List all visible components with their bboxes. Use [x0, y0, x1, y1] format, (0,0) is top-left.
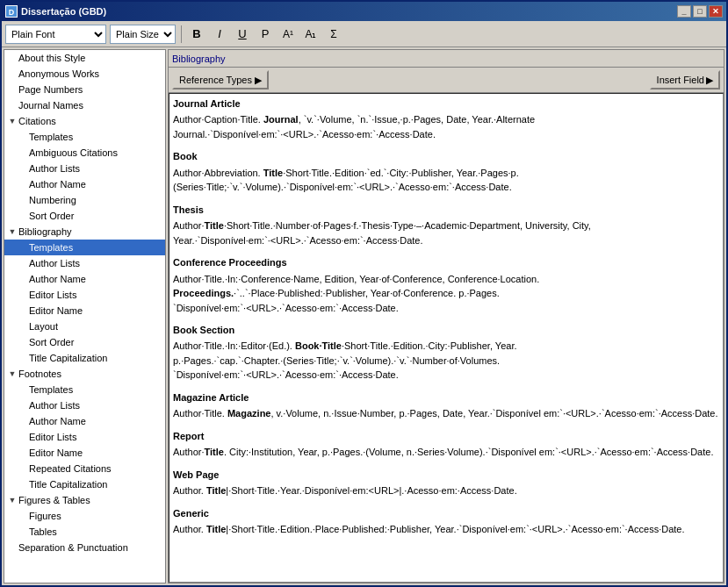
reference-body: Author·Title·Short·Title.·Number·of·Page… [173, 218, 719, 247]
reference-section: Magazine ArticleAuthor·Title. Magazine, … [173, 391, 719, 421]
reference-body: Author·Title. City:·Institution, Year, p… [173, 445, 719, 460]
reference-section: ThesisAuthor·Title·Short·Title.·Number·o… [173, 204, 719, 247]
tree-item[interactable]: Editor Name [4, 303, 165, 319]
reference-section: GenericAuthor. Title|·Short·Title.·Editi… [173, 507, 719, 537]
size-select[interactable]: Plain Size [110, 25, 176, 44]
tree-item[interactable]: Ambiguous Citations [4, 145, 165, 161]
tree-item[interactable]: Author Name [4, 176, 165, 192]
insert-field-button[interactable]: Insert Field ▶ [650, 70, 720, 89]
tree-item[interactable]: ▼Bibliography [4, 224, 165, 240]
reference-type-title: Book Section [173, 324, 719, 337]
tree-item[interactable]: Sort Order [4, 208, 165, 224]
reference-body: Author. Title|·Short·Title.·Year.·Dispon… [173, 483, 719, 498]
reference-type-title: Conference Proceedings [173, 256, 719, 269]
tree-item[interactable]: Author Name [4, 271, 165, 287]
reference-section: Conference ProceedingsAuthor·Title.·In:·… [173, 256, 719, 315]
ref-toolbar-row: Reference Types ▶ Insert Field ▶ [169, 68, 724, 93]
bold-button[interactable]: B [187, 25, 206, 44]
tree-item[interactable]: Author Lists [4, 397, 165, 413]
reference-section: Journal ArticleAuthor·Caption·Title. Jou… [173, 97, 719, 141]
reference-type-title: Generic [173, 507, 719, 520]
bibliography-header: Bibliography [169, 50, 724, 68]
insert-field-arrow: ▶ [706, 75, 713, 86]
tree-item[interactable]: Author Lists [4, 255, 165, 271]
maximize-button[interactable]: □ [693, 5, 707, 18]
reference-section: Web PageAuthor. Title|·Short·Title.·Year… [173, 469, 719, 498]
reference-type-title: Journal Article [173, 97, 719, 111]
reference-body: Author·Title.·In:·Conference·Name, Editi… [173, 272, 719, 316]
tree-item[interactable]: Templates [4, 382, 165, 397]
tree-item[interactable]: Title Capitalization [4, 476, 165, 492]
reference-body: Author·Title. Magazine, v.·Volume, n.·Is… [173, 406, 719, 421]
tree-item[interactable]: Templates [4, 129, 165, 145]
tree-item[interactable]: Page Numbers [4, 82, 165, 97]
tree-item[interactable]: Templates [4, 240, 165, 255]
tree-item[interactable]: Author Name [4, 413, 165, 429]
tree-item[interactable]: Layout [4, 319, 165, 334]
tree-item[interactable]: Numbering [4, 192, 165, 208]
tree-item[interactable]: Journal Names [4, 97, 165, 113]
subscript-button[interactable]: A₁ [301, 25, 321, 44]
reference-type-title: Magazine Article [173, 391, 719, 404]
toolbar-separator [181, 25, 182, 43]
tree-item[interactable]: ▼Citations [4, 113, 165, 129]
reference-types-button[interactable]: Reference Types ▶ [172, 70, 269, 89]
reference-type-title: Book [173, 150, 719, 163]
left-panel: About this StyleAnonymous WorksPage Numb… [4, 49, 166, 583]
right-panel: Bibliography Reference Types ▶ Insert Fi… [168, 49, 724, 583]
window-title: Dissertação (GBD) [21, 6, 106, 17]
reference-section: ReportAuthor·Title. City:·Institution, Y… [173, 430, 719, 460]
formatting-toolbar: Plain Font Plain Size B I U P A¹ A₁ Σ [2, 21, 726, 47]
close-button[interactable]: ✕ [709, 5, 723, 18]
tree-item[interactable]: ▼Figures & Tables [4, 492, 165, 508]
window-controls: _ □ ✕ [677, 5, 723, 18]
sigma-button[interactable]: Σ [324, 25, 343, 44]
content-area: Journal ArticleAuthor·Caption·Title. Jou… [169, 93, 724, 583]
reference-body: Author·Abbreviation. Title·Short·Title.·… [173, 166, 719, 195]
tree-item[interactable]: Anonymous Works [4, 66, 165, 82]
tree-item[interactable]: Editor Lists [4, 429, 165, 445]
minimize-button[interactable]: _ [677, 5, 691, 18]
font-select[interactable]: Plain Font [5, 25, 106, 44]
reference-body: Author. Title|·Short·Title.·Edition.·Pla… [173, 522, 719, 537]
reference-type-title: Web Page [173, 469, 719, 482]
tree-item[interactable]: Title Capitalization [4, 350, 165, 366]
main-window: D Dissertação (GBD) _ □ ✕ Plain Font Pla… [0, 0, 728, 587]
italic-button[interactable]: I [210, 25, 229, 44]
app-icon: D [5, 5, 18, 18]
tree-item[interactable]: Author Lists [4, 161, 165, 176]
reference-type-title: Report [173, 430, 719, 443]
reference-type-title: Thesis [173, 204, 719, 217]
tree-item[interactable]: Separation & Punctuation [4, 540, 165, 555]
tree-item[interactable]: Sort Order [4, 334, 165, 350]
tree-item[interactable]: Figures [4, 508, 165, 524]
tree-item[interactable]: ▼Footnotes [4, 366, 165, 382]
reference-section: Book SectionAuthor·Title.·In:·Editor·(Ed… [173, 324, 719, 383]
tree-item[interactable]: About this Style [4, 50, 165, 66]
reference-body: Author·Title.·In:·Editor·(Ed.). Book·Tit… [173, 339, 719, 383]
underline-button[interactable]: U [233, 25, 252, 44]
tree-item[interactable]: Tables [4, 524, 165, 540]
tree-item[interactable]: Editor Name [4, 445, 165, 461]
reference-body: Author·Caption·Title. Journal, `v.`·Volu… [173, 112, 719, 141]
reference-section: BookAuthor·Abbreviation. Title·Short·Tit… [173, 150, 719, 194]
title-bar: D Dissertação (GBD) _ □ ✕ [2, 2, 726, 21]
superscript-button[interactable]: A¹ [278, 25, 298, 44]
plain-button[interactable]: P [256, 25, 275, 44]
main-container: About this StyleAnonymous WorksPage Numb… [2, 47, 726, 585]
tree-item[interactable]: Repeated Citations [4, 461, 165, 476]
bibliography-tab-label: Bibliography [172, 54, 226, 64]
tree-item[interactable]: Editor Lists [4, 287, 165, 303]
